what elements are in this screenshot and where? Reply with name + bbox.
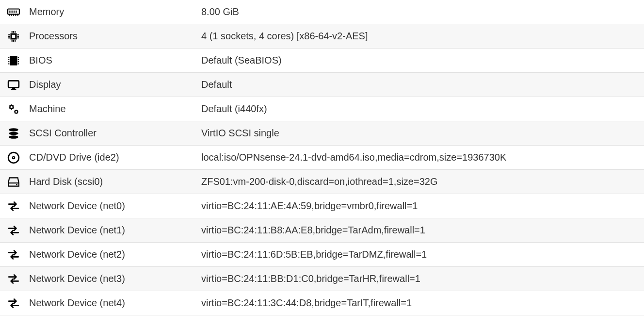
- hdd-icon: [0, 176, 27, 188]
- memory-icon: [0, 6, 27, 18]
- hardware-row[interactable]: MachineDefault (i440fx): [0, 97, 644, 121]
- hardware-value: virtio=BC:24:11:AE:4A:59,bridge=vmbr0,fi…: [199, 200, 644, 212]
- hardware-row[interactable]: Processors4 (1 sockets, 4 cores) [x86-64…: [0, 24, 644, 49]
- network-icon: [0, 200, 27, 213]
- disc-icon: [0, 151, 27, 164]
- bios-icon: [0, 54, 27, 67]
- hardware-row[interactable]: Network Device (net3)virtio=BC:24:11:BB:…: [0, 267, 644, 291]
- hardware-row[interactable]: Memory8.00 GiB: [0, 0, 644, 24]
- hardware-label: Memory: [27, 6, 199, 17]
- cpu-icon: [0, 30, 27, 43]
- hardware-label: Network Device (net4): [27, 297, 199, 309]
- hardware-value: VirtIO SCSI single: [199, 128, 644, 139]
- hardware-label: BIOS: [27, 55, 199, 66]
- hardware-label: SCSI Controller: [27, 128, 199, 139]
- gears-icon: [0, 103, 27, 115]
- hardware-row[interactable]: Network Device (net0)virtio=BC:24:11:AE:…: [0, 194, 644, 218]
- hardware-value: Default (i440fx): [199, 103, 644, 115]
- hardware-table: Memory8.00 GiBProcessors4 (1 sockets, 4 …: [0, 0, 644, 315]
- network-icon: [0, 248, 27, 261]
- hardware-value: local:iso/OPNsense-24.1-dvd-amd64.iso,me…: [199, 152, 644, 163]
- hardware-value: Default (SeaBIOS): [199, 55, 644, 66]
- hardware-value: virtio=BC:24:11:6D:5B:EB,bridge=TarDMZ,f…: [199, 249, 644, 260]
- hardware-value: 4 (1 sockets, 4 cores) [x86-64-v2-AES]: [199, 31, 644, 42]
- hardware-value: virtio=BC:24:11:BB:D1:C0,bridge=TarHR,fi…: [199, 273, 644, 284]
- hardware-row[interactable]: Network Device (net1)virtio=BC:24:11:B8:…: [0, 218, 644, 243]
- hardware-label: Network Device (net0): [27, 200, 199, 212]
- network-icon: [0, 297, 27, 310]
- hardware-value: Default: [199, 79, 644, 90]
- hardware-value: ZFS01:vm-200-disk-0,discard=on,iothread=…: [199, 176, 644, 187]
- hardware-label: Machine: [27, 103, 199, 115]
- hardware-label: CD/DVD Drive (ide2): [27, 152, 199, 163]
- hardware-row[interactable]: SCSI ControllerVirtIO SCSI single: [0, 121, 644, 146]
- hardware-value: 8.00 GiB: [199, 6, 644, 17]
- hardware-value: virtio=BC:24:11:3C:44:D8,bridge=TarIT,fi…: [199, 297, 644, 309]
- hardware-row[interactable]: Network Device (net4)virtio=BC:24:11:3C:…: [0, 291, 644, 315]
- hardware-label: Hard Disk (scsi0): [27, 176, 199, 187]
- hardware-row[interactable]: DisplayDefault: [0, 73, 644, 97]
- hardware-label: Display: [27, 79, 199, 90]
- network-icon: [0, 273, 27, 285]
- hardware-label: Processors: [27, 31, 199, 42]
- empty-row: [0, 315, 644, 329]
- hardware-row[interactable]: Hard Disk (scsi0)ZFS01:vm-200-disk-0,dis…: [0, 170, 644, 194]
- storage-icon: [0, 127, 27, 140]
- hardware-label: Network Device (net2): [27, 249, 199, 260]
- network-icon: [0, 224, 27, 237]
- hardware-value: virtio=BC:24:11:B8:AA:E8,bridge=TarAdm,f…: [199, 225, 644, 236]
- hardware-row[interactable]: Network Device (net2)virtio=BC:24:11:6D:…: [0, 243, 644, 267]
- hardware-row[interactable]: CD/DVD Drive (ide2)local:iso/OPNsense-24…: [0, 146, 644, 170]
- hardware-row[interactable]: BIOSDefault (SeaBIOS): [0, 49, 644, 73]
- hardware-label: Network Device (net3): [27, 273, 199, 284]
- display-icon: [0, 79, 27, 91]
- hardware-label: Network Device (net1): [27, 225, 199, 236]
